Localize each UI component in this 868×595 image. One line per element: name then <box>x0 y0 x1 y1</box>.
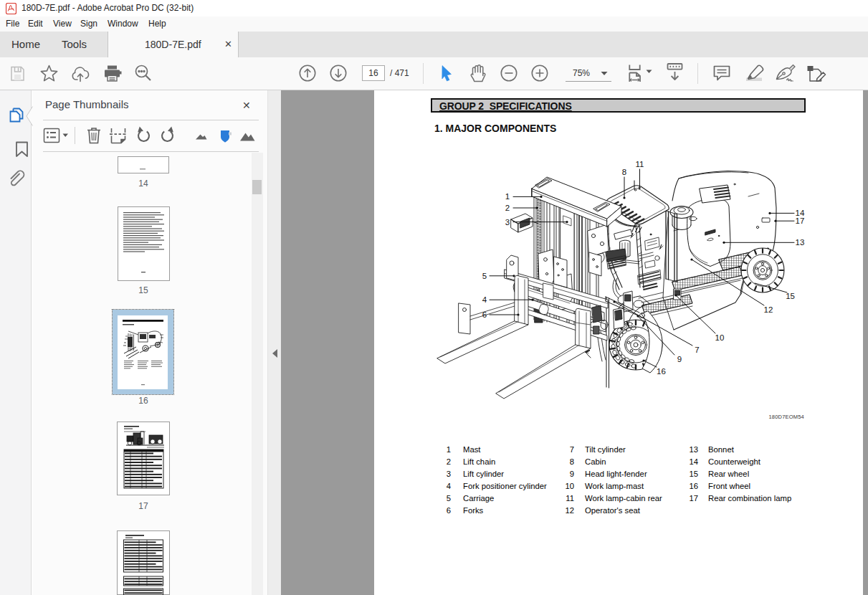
svg-text:16: 16 <box>657 367 666 376</box>
svg-text:1: 1 <box>505 192 510 201</box>
svg-text:15: 15 <box>786 292 795 300</box>
svg-text:13: 13 <box>796 238 805 247</box>
svg-text:6: 6 <box>482 310 487 319</box>
svg-text:9: 9 <box>677 355 682 363</box>
svg-text:12: 12 <box>764 305 773 314</box>
svg-text:8: 8 <box>622 168 626 176</box>
svg-text:2: 2 <box>505 204 510 212</box>
svg-text:3: 3 <box>505 218 510 227</box>
svg-text:5: 5 <box>482 272 487 280</box>
svg-text:7: 7 <box>695 346 699 354</box>
svg-text:4: 4 <box>482 295 487 304</box>
svg-text:17: 17 <box>796 216 805 225</box>
svg-text:10: 10 <box>715 333 725 342</box>
svg-text:11: 11 <box>636 160 644 168</box>
